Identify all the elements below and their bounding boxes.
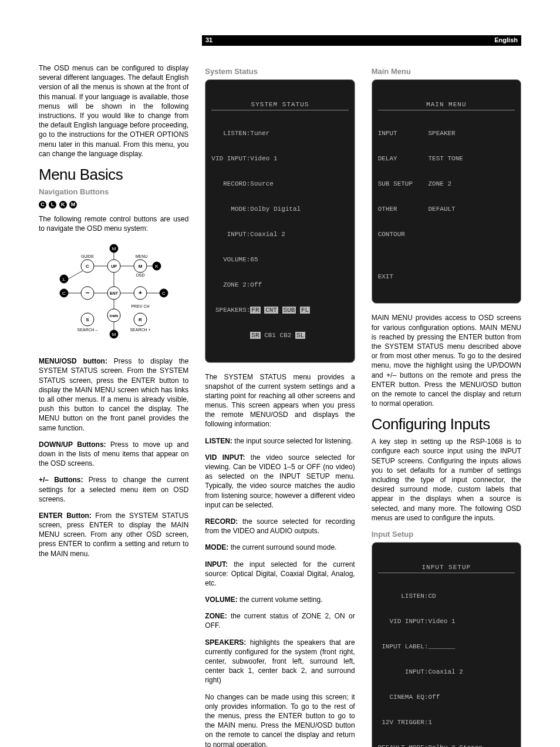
svg-text:M: M <box>112 332 116 337</box>
nav-lead: The following remote control buttons are… <box>39 214 188 233</box>
svg-text:DWN: DWN <box>109 314 117 318</box>
svg-text:ENT: ENT <box>110 291 119 295</box>
remote-diagram: M GUIDE MENU C M UP K L OSD <box>46 240 181 346</box>
header-bar: 31 English <box>202 35 521 46</box>
heading-navigation-buttons: Navigation Buttons <box>39 187 188 196</box>
no-changes-para: No changes can be made using this screen… <box>205 692 355 747</box>
column-2: System Status SYSTEM STATUS LISTEN:Tuner… <box>205 63 355 747</box>
speakers-para: SPEAKERS: highlights the speakers that a… <box>205 638 355 685</box>
sys-status-intro: The SYSTEM STATUS menu provides a snapsh… <box>205 372 355 429</box>
osd-system-status: SYSTEM STATUS LISTEN:Tuner VID INPUT:Vid… <box>205 79 355 363</box>
osd-title: SYSTEM STATUS <box>211 100 348 110</box>
heading-configuring-inputs: Configuring Inputs <box>372 415 521 433</box>
column-3: Main Menu MAIN MENU INPUT SPEAKER DELAY … <box>372 63 521 747</box>
enter-para: ENTER Button: From the SYSTEM STATUS scr… <box>39 511 188 558</box>
svg-text:R: R <box>139 317 142 322</box>
svg-line-43 <box>68 271 83 279</box>
svg-text:PREV CH: PREV CH <box>131 304 149 308</box>
svg-text:SEARCH +: SEARCH + <box>130 328 150 332</box>
svg-text:C: C <box>62 291 66 296</box>
menu-osd-label: MENU/OSD button: <box>39 357 107 365</box>
svg-text:–: – <box>85 288 89 297</box>
down-up-label: DOWN/UP Buttons: <box>39 440 106 449</box>
heading-menu-basics: Menu Basics <box>39 166 188 184</box>
heading-system-status: System Status <box>205 67 355 76</box>
svg-text:+: + <box>138 289 141 296</box>
osd-speakers-row2: SR CB1 CB2 SL <box>211 331 348 339</box>
svg-text:M: M <box>112 246 116 251</box>
svg-text:C: C <box>86 264 89 269</box>
plus-minus-label: +/– Buttons: <box>39 476 83 484</box>
circle-m: M <box>69 201 77 208</box>
listen-para: LISTEN: the input source selected for li… <box>205 436 355 446</box>
svg-text:SEARCH –: SEARCH – <box>77 328 97 332</box>
svg-text:OSD: OSD <box>136 273 144 277</box>
svg-text:L: L <box>62 277 65 282</box>
svg-text:S: S <box>86 317 89 322</box>
mode-para: MODE: the current surround sound mode. <box>205 543 355 552</box>
svg-text:MENU: MENU <box>135 254 147 258</box>
osd-title: MAIN MENU <box>378 100 515 110</box>
configuring-para: A key step in setting up the RSP-1068 is… <box>372 437 521 523</box>
svg-text:M: M <box>138 264 142 269</box>
circle-c: C <box>39 201 46 208</box>
circle-labels: C L K M <box>39 200 188 208</box>
intro-text: The OSD menus can be configured to displ… <box>39 63 188 159</box>
osd-main-menu: MAIN MENU INPUT SPEAKER DELAY TEST TONE … <box>372 79 521 304</box>
language-label: English <box>494 36 518 43</box>
svg-text:K: K <box>155 264 158 269</box>
down-up-para: DOWN/UP Buttons: Press to move up and do… <box>39 440 188 469</box>
main-menu-para: MAIN MENU provides access to OSD screens… <box>372 313 521 408</box>
svg-text:UP: UP <box>111 264 117 268</box>
heading-main-menu: Main Menu <box>372 67 521 76</box>
input-para: INPUT: the input selected for the curren… <box>205 560 355 588</box>
osd-input-setup: INPUT SETUP LISTEN:CD VID INPUT:Video 1 … <box>372 542 521 747</box>
osd-speakers-row1: SPEAKERS:FR CNT SUB FL <box>211 306 348 314</box>
svg-text:C: C <box>162 291 166 296</box>
circle-k: K <box>59 201 67 208</box>
heading-input-setup: Input Setup <box>372 530 521 539</box>
vid-input-para: VID INPUT: the video source selected for… <box>205 453 355 510</box>
svg-text:GUIDE: GUIDE <box>81 254 95 258</box>
enter-label: ENTER Button: <box>39 512 92 520</box>
column-1: The OSD menus can be configured to displ… <box>39 63 188 747</box>
osd-title: INPUT SETUP <box>378 563 515 573</box>
volume-para: VOLUME: the current volume setting. <box>205 595 355 604</box>
plus-minus-para: +/– Buttons: Press to change the current… <box>39 475 188 504</box>
record-para: RECORD: the source selected for recordin… <box>205 517 355 536</box>
page-number: 31 <box>205 36 212 43</box>
circle-l: L <box>49 201 56 208</box>
menu-osd-para: MENU/OSD button: Press to display the SY… <box>39 356 188 433</box>
zone-para: ZONE: the current status of ZONE 2, ON o… <box>205 611 355 630</box>
